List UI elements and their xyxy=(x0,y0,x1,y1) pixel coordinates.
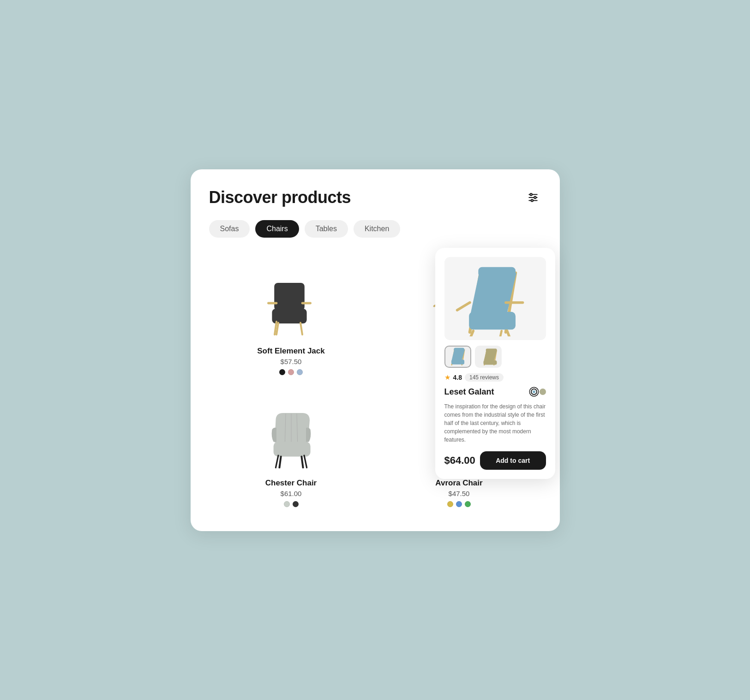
thumbnail-2[interactable] xyxy=(475,346,502,368)
detail-color-olive[interactable] xyxy=(540,389,546,395)
svg-line-51 xyxy=(498,331,501,336)
svg-line-32 xyxy=(304,455,307,467)
detail-color-blue[interactable] xyxy=(531,389,537,395)
main-card: Discover products Sofas Chairs Tables Ki… xyxy=(191,169,560,531)
header: Discover products xyxy=(209,188,541,207)
color-dots-soft-element-jack xyxy=(279,369,303,375)
svg-rect-45 xyxy=(469,312,516,330)
add-to-cart-button[interactable]: Add to cart xyxy=(480,451,546,470)
svg-line-50 xyxy=(507,331,512,336)
detail-name-row: Leset Galant xyxy=(444,387,546,397)
tab-kitchen[interactable]: Kitchen xyxy=(354,220,400,238)
product-card-chester-chair[interactable]: Chester Chair $61.00 xyxy=(209,384,373,513)
svg-rect-8 xyxy=(274,283,305,311)
product-image-chester-chair xyxy=(215,390,368,473)
product-price-soft-element-jack: $57.50 xyxy=(281,358,302,365)
products-area: Soft Element Jack $57.50 xyxy=(209,252,541,513)
detail-thumbnails xyxy=(444,346,546,368)
svg-line-13 xyxy=(300,323,302,335)
svg-rect-55 xyxy=(451,359,464,365)
product-image-soft-element-jack xyxy=(215,258,368,341)
color-dots-chester-chair xyxy=(284,501,299,507)
detail-price: $64.00 xyxy=(444,455,475,467)
svg-point-4 xyxy=(534,196,536,198)
detail-product-name: Leset Galant xyxy=(444,387,494,397)
svg-rect-60 xyxy=(483,360,497,365)
color-dot[interactable] xyxy=(288,369,294,375)
svg-point-5 xyxy=(531,199,533,201)
svg-line-29 xyxy=(279,456,281,467)
svg-line-47 xyxy=(457,303,470,311)
detail-color-swatches xyxy=(531,389,546,395)
reviews-badge: 145 reviews xyxy=(465,373,504,382)
detail-description: The inspiration for the design of this c… xyxy=(444,402,546,444)
color-dots-avrora-chair xyxy=(447,501,471,507)
tab-chairs[interactable]: Chairs xyxy=(255,220,299,238)
svg-rect-56 xyxy=(454,347,464,351)
svg-line-30 xyxy=(301,456,303,467)
tab-sofas[interactable]: Sofas xyxy=(209,220,250,238)
svg-rect-61 xyxy=(486,348,497,351)
color-dot[interactable] xyxy=(293,501,299,507)
detail-main-image xyxy=(444,257,546,340)
product-price-chester-chair: $61.00 xyxy=(281,490,302,497)
category-tabs: Sofas Chairs Tables Kitchen xyxy=(209,220,541,238)
product-name-soft-element-jack: Soft Element Jack xyxy=(257,347,324,356)
color-dot[interactable] xyxy=(284,501,290,507)
page-title: Discover products xyxy=(209,188,351,207)
svg-point-3 xyxy=(530,193,532,195)
color-dot[interactable] xyxy=(297,369,303,375)
color-dot[interactable] xyxy=(456,501,462,507)
color-dot[interactable] xyxy=(465,501,471,507)
svg-line-31 xyxy=(276,455,278,467)
star-icon: ★ xyxy=(444,373,450,382)
product-price-avrora-chair: $47.50 xyxy=(449,490,470,497)
detail-buy-row: $64.00 Add to cart xyxy=(444,451,546,470)
product-name-avrora-chair: Avrora Chair xyxy=(435,479,482,488)
product-name-chester-chair: Chester Chair xyxy=(265,479,317,488)
svg-rect-25 xyxy=(273,442,310,456)
detail-rating: ★ 4.8 145 reviews xyxy=(444,373,546,382)
detail-panel: ★ 4.8 145 reviews Leset Galant The inspi… xyxy=(435,248,555,479)
thumbnail-1[interactable] xyxy=(444,346,471,368)
product-card-soft-element-jack[interactable]: Soft Element Jack $57.50 xyxy=(209,252,373,381)
svg-rect-46 xyxy=(478,267,516,277)
tab-tables[interactable]: Tables xyxy=(305,220,348,238)
rating-value: 4.8 xyxy=(453,374,462,381)
filter-button[interactable] xyxy=(525,189,541,206)
color-dot[interactable] xyxy=(447,501,453,507)
color-dot[interactable] xyxy=(279,369,285,375)
